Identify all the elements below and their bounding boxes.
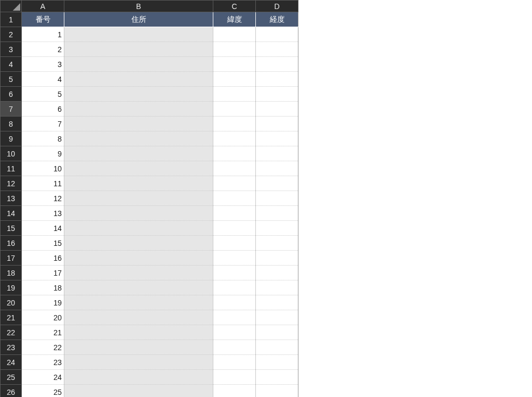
col-header-B[interactable]: B [64,1,213,12]
cell[interactable] [64,370,213,385]
cell[interactable] [256,72,298,87]
cell[interactable] [256,385,298,398]
cell[interactable]: 18 [22,280,64,295]
cell[interactable] [64,102,213,117]
cell[interactable]: 15 [22,236,64,251]
cell[interactable] [256,370,298,385]
cell[interactable] [256,266,298,280]
cell[interactable] [256,57,298,72]
cell[interactable] [213,355,256,370]
row-header[interactable]: 18 [1,266,22,280]
cell[interactable]: 6 [22,102,64,117]
cell[interactable] [256,146,298,161]
cell[interactable] [213,266,256,280]
row-header[interactable]: 4 [1,57,22,72]
cell[interactable] [213,325,256,340]
row-header[interactable]: 21 [1,310,22,325]
row-header[interactable]: 2 [1,27,22,42]
cell[interactable] [64,340,213,355]
cell[interactable] [213,87,256,102]
cell[interactable] [64,146,213,161]
cell[interactable] [213,385,256,398]
cell[interactable]: 21 [22,325,64,340]
row-header[interactable]: 26 [1,385,22,398]
cell[interactable]: 24 [22,370,64,385]
row-header[interactable]: 15 [1,221,22,236]
cell[interactable] [213,27,256,42]
cell[interactable] [64,266,213,280]
cell[interactable] [256,87,298,102]
cell[interactable] [256,176,298,191]
cell[interactable] [64,251,213,266]
row-header[interactable]: 24 [1,355,22,370]
header-cell-longitude[interactable]: 経度 [256,12,298,27]
cell[interactable] [213,131,256,146]
cell[interactable]: 1 [22,27,64,42]
cell[interactable] [213,191,256,206]
cell[interactable]: 22 [22,340,64,355]
select-all-corner[interactable] [1,1,22,12]
cell[interactable] [256,355,298,370]
col-header-C[interactable]: C [213,1,256,12]
cell[interactable] [64,57,213,72]
col-header-A[interactable]: A [22,1,64,12]
cell[interactable] [213,176,256,191]
row-header[interactable]: 3 [1,42,22,57]
cell[interactable]: 9 [22,146,64,161]
cell[interactable] [256,191,298,206]
cell[interactable]: 19 [22,295,64,310]
cell[interactable] [64,310,213,325]
row-header[interactable]: 6 [1,87,22,102]
cell[interactable]: 23 [22,355,64,370]
cell[interactable] [213,236,256,251]
cell[interactable] [256,27,298,42]
row-header[interactable]: 19 [1,280,22,295]
cell[interactable] [256,102,298,117]
cell[interactable] [64,72,213,87]
cell[interactable]: 3 [22,57,64,72]
cell[interactable] [213,251,256,266]
cell[interactable]: 2 [22,42,64,57]
cell[interactable] [256,251,298,266]
cell[interactable] [213,310,256,325]
row-header[interactable]: 11 [1,161,22,176]
cell[interactable] [213,280,256,295]
cell[interactable] [213,57,256,72]
cell[interactable] [213,370,256,385]
cell[interactable] [64,221,213,236]
cell[interactable] [256,131,298,146]
cell[interactable] [64,295,213,310]
cell[interactable] [213,295,256,310]
cell[interactable] [256,280,298,295]
cell[interactable]: 17 [22,266,64,280]
cell[interactable] [256,325,298,340]
cell[interactable]: 7 [22,117,64,131]
cell[interactable] [213,42,256,57]
cell[interactable] [64,325,213,340]
cell[interactable] [64,191,213,206]
row-header[interactable]: 17 [1,251,22,266]
cell[interactable] [64,355,213,370]
row-header[interactable]: 25 [1,370,22,385]
cell[interactable] [213,117,256,131]
col-header-D[interactable]: D [256,1,298,12]
row-header[interactable]: 23 [1,340,22,355]
cell[interactable]: 20 [22,310,64,325]
row-header[interactable]: 16 [1,236,22,251]
cell[interactable] [64,117,213,131]
row-header[interactable]: 5 [1,72,22,87]
header-cell-address[interactable]: 住所 [64,12,213,27]
cell[interactable] [64,42,213,57]
row-header[interactable]: 10 [1,146,22,161]
cell[interactable] [213,102,256,117]
cell[interactable] [213,72,256,87]
cell[interactable] [213,146,256,161]
cell[interactable] [256,310,298,325]
cell[interactable]: 12 [22,191,64,206]
cell[interactable] [256,117,298,131]
row-header[interactable]: 22 [1,325,22,340]
cell[interactable] [64,280,213,295]
cell[interactable] [256,340,298,355]
cell[interactable] [213,206,256,221]
row-header-1[interactable]: 1 [1,12,22,27]
